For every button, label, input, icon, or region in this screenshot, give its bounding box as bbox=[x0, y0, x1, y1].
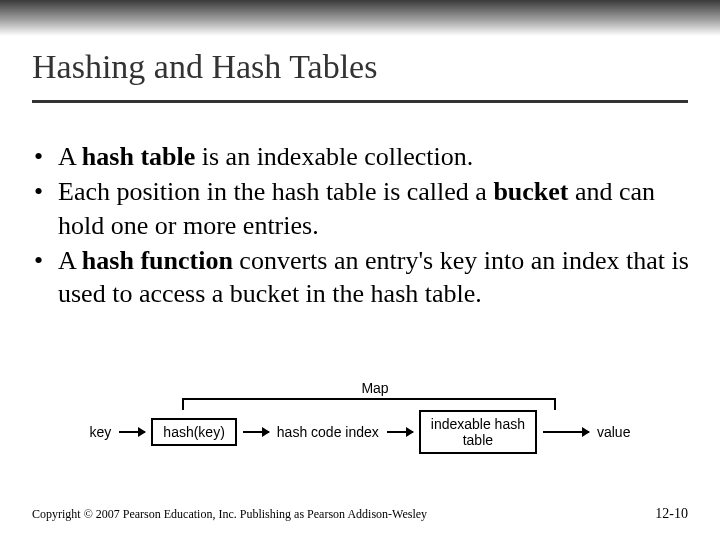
slide-body: A hash table is an indexable collection.… bbox=[30, 140, 690, 312]
diagram-row: key hash(key) hash code index indexable … bbox=[88, 410, 633, 454]
slide: Hashing and Hash Tables A hash table is … bbox=[0, 0, 720, 540]
arrow-icon bbox=[543, 431, 589, 433]
diagram-table-box: indexable hash table bbox=[419, 410, 537, 454]
bullet-bold: hash function bbox=[82, 246, 233, 275]
title-underline bbox=[32, 100, 688, 103]
copyright-text: Copyright © 2007 Pearson Education, Inc.… bbox=[32, 507, 427, 522]
hash-diagram: Map key hash(key) hash code index indexa… bbox=[88, 380, 633, 454]
bullet-text: A bbox=[58, 142, 82, 171]
diagram-edge-label: hash code index bbox=[275, 424, 381, 440]
bullet-text: A bbox=[58, 246, 82, 275]
diagram-hash-box: hash(key) bbox=[151, 418, 236, 446]
arrow-icon bbox=[387, 431, 413, 433]
diagram-value-label: value bbox=[595, 424, 632, 440]
diagram-caption: Map bbox=[118, 380, 633, 396]
diagram-key-label: key bbox=[88, 424, 114, 440]
bullet-item: A hash function converts an entry's key … bbox=[30, 244, 690, 311]
slide-title: Hashing and Hash Tables bbox=[32, 48, 377, 86]
header-gradient bbox=[0, 0, 720, 36]
diagram-brace bbox=[182, 398, 556, 410]
bullet-text: is an indexable collection. bbox=[195, 142, 473, 171]
bullet-text: Each position in the hash table is calle… bbox=[58, 177, 493, 206]
bullet-list: A hash table is an indexable collection.… bbox=[30, 140, 690, 310]
page-number: 12-10 bbox=[655, 506, 688, 522]
bullet-item: Each position in the hash table is calle… bbox=[30, 175, 690, 242]
arrow-icon bbox=[243, 431, 269, 433]
diagram-container: Map key hash(key) hash code index indexa… bbox=[0, 380, 720, 454]
bullet-bold: hash table bbox=[82, 142, 195, 171]
bullet-bold: bucket bbox=[493, 177, 568, 206]
bullet-item: A hash table is an indexable collection. bbox=[30, 140, 690, 173]
arrow-icon bbox=[119, 431, 145, 433]
